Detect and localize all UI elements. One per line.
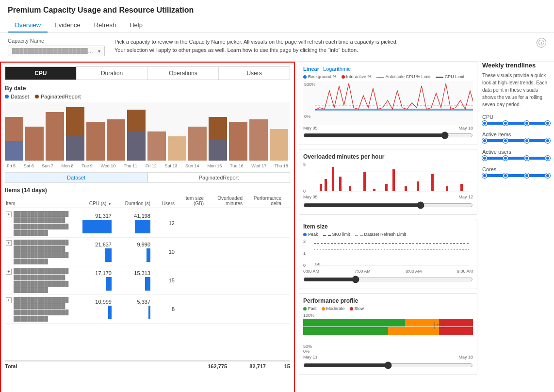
capacity-value: ████████████████████████ [12, 48, 95, 54]
nav-item-evidence[interactable]: Evidence [48, 18, 87, 33]
weekly-au-dot-4 [545, 156, 550, 161]
toolbar: Capacity Name ████████████████████████ ▾… [0, 33, 554, 62]
nav: Overview Evidence Refresh Help [8, 18, 546, 33]
refresh-limit-line [355, 235, 363, 236]
legend-peak: Peak [303, 232, 318, 237]
weekly-desc: These visuals provide a quick look at hi… [482, 72, 550, 108]
perf-y-bottom: 50% 0% [303, 344, 473, 354]
cpu-svg [315, 81, 473, 117]
col-cpu: CPU (s) ▼ [79, 201, 113, 206]
legend-slow: Slow [350, 306, 364, 311]
cpu-bar-svg [5, 102, 290, 161]
table-row: + ██████████████████████████████████████… [5, 266, 290, 295]
itemsize-x-1: 6:00 AM [303, 269, 319, 274]
tab-operations[interactable]: Operations [147, 67, 219, 80]
refresh-limit-label: Dataset Refresh Limit [364, 232, 407, 237]
col-overloaded: Overloaded minutes [205, 196, 244, 206]
expand-btn-3[interactable]: + [6, 269, 12, 275]
paginated-dot [35, 95, 39, 98]
dataset-dot [5, 95, 9, 98]
expand-btn-1[interactable]: + [6, 212, 12, 217]
capacity-dropdown[interactable]: ████████████████████████ ▾ [8, 46, 105, 56]
perf-0: 0% [303, 349, 310, 354]
peak-dot [303, 233, 307, 236]
cpu-x-end: May 18 [458, 126, 473, 131]
svg-rect-4 [86, 122, 105, 161]
paginated-label: PaginatedReport [41, 94, 81, 99]
svg-rect-11 [229, 122, 247, 161]
weekly-cores-track [482, 174, 550, 177]
perf-slider[interactable] [303, 361, 473, 369]
overloaded-x-start: May 05 [303, 195, 318, 199]
cell-users-4: 8 [151, 306, 176, 312]
dur-bar-1 [135, 220, 150, 233]
overloaded-slider[interactable] [303, 201, 473, 209]
nav-item-refresh[interactable]: Refresh [87, 18, 123, 33]
sub-tab-dataset[interactable]: Dataset [5, 172, 147, 183]
weekly-activeusers-dots [482, 156, 550, 161]
peak-label: Peak [308, 232, 318, 237]
tab-duration[interactable]: Duration [76, 67, 147, 80]
sku-line [323, 235, 331, 236]
cell-cpu-4: 10,999 [79, 299, 113, 319]
interactive-label: Interactive % [346, 74, 372, 79]
weekly-ai-dot-1 [482, 138, 487, 143]
weekly-au-dot-1 [482, 156, 487, 161]
cpu-chart-section: Linear Logarithmic Background % Interact… [299, 62, 477, 145]
svg-rect-8 [168, 136, 186, 161]
by-date-title: By date [5, 85, 290, 92]
info-icon[interactable]: ⓘ [537, 38, 546, 48]
date-wed10: Wed 10 [101, 163, 116, 168]
weekly-cpu-dot-2 [503, 121, 508, 126]
weekly-title: Weekly trendlines [482, 62, 550, 69]
expand-btn-2[interactable]: + [6, 240, 12, 246]
moderate-label: Moderate [326, 306, 345, 311]
nav-item-help[interactable]: Help [123, 18, 149, 33]
nav-item-overview[interactable]: Overview [8, 18, 48, 33]
cpu-x-start: May 05 [303, 126, 318, 131]
cpu-bar-1 [82, 220, 112, 233]
date-sat13: Sat 13 [164, 163, 177, 168]
svg-rect-24 [320, 184, 322, 191]
itemsize-y-axis: 2 1 0 [303, 239, 312, 268]
perf-moderate-bar2 [388, 327, 439, 335]
perf-fast-bar2 [303, 327, 388, 335]
date-labels: Fri 5 Sat 6 Sun 7 Mon 8 Tue 9 Wed 10 Thu… [5, 163, 290, 168]
cpu-slider[interactable] [303, 131, 473, 139]
itemsize-y-max: 2 [303, 239, 312, 244]
legend-cpulimit: CPU Limit [436, 74, 465, 79]
sub-tab-bar: Dataset PaginatedReport [5, 172, 290, 183]
col-perf: Performance delta [244, 196, 282, 206]
weekly-ai-dot-2 [503, 138, 508, 143]
itemsize-slider[interactable] [303, 276, 473, 283]
legend-sku: SKU limit [323, 232, 350, 237]
svg-rect-30 [373, 189, 375, 191]
date-sun7: Sun 7 [42, 163, 53, 168]
dur-bar-3 [145, 277, 150, 291]
footer-duration: 82,717 [227, 363, 266, 369]
svg-rect-9 [188, 127, 207, 161]
table-header: Item CPU (s) ▼ Duration (s) Users Item s… [5, 196, 290, 208]
svg-rect-1 [25, 127, 44, 161]
overloaded-y-axis: 5 0 [303, 162, 313, 194]
date-thu18: Thu 18 [275, 163, 288, 168]
overloaded-y-min: 0 [303, 189, 313, 194]
linear-btn[interactable]: Linear [303, 66, 319, 72]
perf-50: 50% [303, 344, 312, 349]
weekly-au-dot-3 [524, 156, 529, 161]
date-thu11: Thu 11 [124, 163, 137, 168]
cell-users-3: 15 [151, 278, 176, 283]
perf-y-labels: 100% [303, 313, 473, 318]
sub-tab-paginated[interactable]: PaginatedReport [147, 172, 290, 183]
expand-btn-4[interactable]: + [6, 297, 12, 303]
logarithmic-btn[interactable]: Logarithmic [323, 66, 351, 72]
tab-cpu[interactable]: CPU [5, 67, 76, 80]
svg-rect-28 [349, 186, 351, 191]
date-sun14: Sun 14 [185, 163, 199, 168]
itemsize-chart-area: GB [314, 239, 473, 268]
svg-rect-35 [431, 174, 434, 191]
tab-users[interactable]: Users [218, 67, 290, 80]
cpu-x-labels: May 05 May 18 [303, 126, 473, 131]
itemsize-title: Item size [303, 223, 473, 230]
weekly-activeitems-dots [482, 138, 550, 143]
